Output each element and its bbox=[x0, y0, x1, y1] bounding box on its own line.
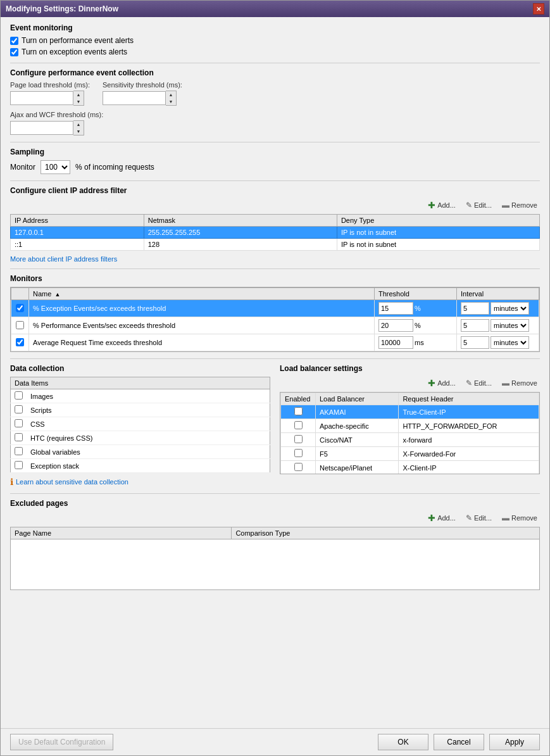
monitor-check-cell bbox=[11, 317, 29, 334]
monitor-checkbox[interactable] bbox=[16, 338, 24, 346]
lb-header-cell: X-Client-IP bbox=[399, 461, 539, 475]
close-button[interactable]: ✕ bbox=[533, 3, 544, 15]
ajax-wcf-down-btn[interactable]: ▼ bbox=[73, 128, 84, 135]
excluded-table: Page Name Comparison Type bbox=[10, 527, 540, 590]
table-row[interactable]: % Exception Events/sec exceeds threshold… bbox=[11, 300, 539, 317]
monitor-threshold-cell: % bbox=[375, 300, 457, 317]
table-row[interactable]: Average Request Time exceeds threshold m… bbox=[11, 334, 539, 351]
monitor-checkbox[interactable] bbox=[16, 321, 24, 329]
exception-alerts-checkbox[interactable] bbox=[10, 48, 18, 56]
scripts-checkbox[interactable] bbox=[15, 405, 23, 413]
lb-enabled-header: Enabled bbox=[281, 393, 316, 405]
sensitivity-spinner: 3000 ▲ ▼ bbox=[103, 91, 182, 106]
monitor-interval-select[interactable]: minutes hours bbox=[491, 336, 529, 349]
monitor-checkbox[interactable] bbox=[16, 304, 24, 312]
css-checkbox[interactable] bbox=[15, 419, 23, 427]
lb-add-button[interactable]: ✚ Add... bbox=[425, 377, 458, 389]
sampling-title: Sampling bbox=[10, 148, 540, 156]
threshold-unit: % bbox=[415, 305, 421, 312]
lb-enabled-cell bbox=[281, 461, 316, 475]
excluded-pages-title: Excluded pages bbox=[10, 499, 540, 508]
lb-name-cell: AKAMAI bbox=[316, 405, 399, 419]
table-row[interactable]: Cisco/NAT x-forward bbox=[281, 433, 539, 447]
lb-table: Enabled Load Balancer Request Header AKA… bbox=[280, 393, 539, 474]
ip-edit-button[interactable]: ✎ Edit... bbox=[463, 199, 494, 211]
perf-alerts-checkbox[interactable] bbox=[10, 37, 18, 45]
table-row[interactable]: Netscape/iPlanet X-Client-IP bbox=[281, 461, 539, 475]
cancel-button[interactable]: Cancel bbox=[434, 734, 484, 750]
lb-name-cell: Netscape/iPlanet bbox=[316, 461, 399, 475]
remove-icon: ▬ bbox=[502, 379, 509, 387]
scripts-label: Scripts bbox=[27, 403, 270, 417]
monitor-select[interactable]: 100 50 25 10 bbox=[41, 160, 70, 174]
ajax-wcf-up-btn[interactable]: ▲ bbox=[73, 121, 84, 128]
info-icon: ℹ bbox=[10, 477, 13, 487]
default-config-button[interactable]: Use Default Configuration bbox=[10, 734, 113, 750]
page-load-up-btn[interactable]: ▲ bbox=[73, 91, 84, 98]
monitor-interval-input[interactable] bbox=[461, 319, 489, 332]
excluded-remove-button[interactable]: ▬ Remove bbox=[499, 512, 540, 524]
ok-button[interactable]: OK bbox=[378, 734, 428, 750]
monitor-threshold-header: Threshold bbox=[375, 288, 457, 300]
excluded-add-button[interactable]: ✚ Add... bbox=[425, 512, 458, 524]
table-row[interactable]: AKAMAI True-Client-IP bbox=[281, 405, 539, 419]
excluded-toolbar: ✚ Add... ✎ Edit... ▬ Remove bbox=[10, 512, 540, 524]
list-item: Images bbox=[11, 389, 270, 403]
monitor-interval-select[interactable]: minutes hours bbox=[491, 302, 529, 315]
data-items-header-row: Data Items bbox=[11, 377, 270, 389]
table-row[interactable]: Apache-specific HTTP_X_FORWARDED_FOR bbox=[281, 419, 539, 433]
exception-stack-checkbox[interactable] bbox=[15, 461, 23, 469]
page-load-input[interactable]: 15000 bbox=[10, 91, 73, 105]
learn-link[interactable]: Learn about sensitive data collection bbox=[16, 478, 128, 486]
ajax-wcf-input[interactable]: 5000 bbox=[10, 121, 73, 135]
sensitivity-input[interactable]: 3000 bbox=[103, 91, 166, 105]
percent-label: % of incoming requests bbox=[75, 163, 154, 172]
monitor-interval-cell: minutes hours bbox=[457, 317, 539, 334]
table-row[interactable]: 127.0.0.1 255.255.255.255 IP is not in s… bbox=[11, 227, 540, 239]
monitor-threshold-input[interactable] bbox=[378, 336, 413, 349]
table-row[interactable]: % Performance Events/sec exceeds thresho… bbox=[11, 317, 539, 334]
excluded-remove-label: Remove bbox=[511, 514, 537, 522]
global-checkbox[interactable] bbox=[15, 447, 23, 455]
lb-enabled-checkbox[interactable] bbox=[294, 449, 303, 457]
ip-add-button[interactable]: ✚ Add... bbox=[425, 199, 458, 211]
apply-button[interactable]: Apply bbox=[489, 734, 540, 750]
table-row[interactable]: ::1 128 IP is not in subnet bbox=[11, 239, 540, 251]
excluded-pages-section: Excluded pages ✚ Add... ✎ Edit... ▬ Remo… bbox=[10, 499, 540, 590]
lb-enabled-cell bbox=[281, 433, 316, 447]
lb-remove-button[interactable]: ▬ Remove bbox=[499, 377, 540, 389]
excluded-add-label: Add... bbox=[437, 514, 456, 522]
excluded-edit-button[interactable]: ✎ Edit... bbox=[463, 512, 494, 524]
images-checkbox[interactable] bbox=[15, 391, 23, 400]
monitor-threshold-cell: ms bbox=[375, 334, 457, 351]
ip-remove-button[interactable]: ▬ Remove bbox=[499, 199, 540, 211]
divider-3 bbox=[10, 180, 540, 181]
page-load-down-btn[interactable]: ▼ bbox=[73, 98, 84, 105]
monitor-name-cell: % Exception Events/sec exceeds threshold bbox=[29, 300, 375, 317]
lb-name-cell: F5 bbox=[316, 447, 399, 461]
table-row[interactable]: F5 X-Forwarded-For bbox=[281, 447, 539, 461]
more-link[interactable]: More about client IP address filters bbox=[10, 255, 117, 263]
monitor-name-cell: Average Request Time exceeds threshold bbox=[29, 334, 375, 351]
lb-edit-button[interactable]: ✎ Edit... bbox=[463, 377, 494, 389]
monitor-threshold-input[interactable] bbox=[378, 319, 413, 332]
lb-enabled-checkbox[interactable] bbox=[294, 463, 303, 471]
content-area: Event monitoring Turn on performance eve… bbox=[1, 17, 549, 728]
monitor-threshold-input[interactable] bbox=[378, 302, 413, 315]
monitor-interval-input[interactable] bbox=[461, 336, 489, 349]
page-load-field: Page load threshold (ms): 15000 ▲ ▼ bbox=[10, 81, 90, 106]
lb-enabled-checkbox[interactable] bbox=[294, 421, 303, 429]
lb-enabled-checkbox[interactable] bbox=[294, 407, 303, 415]
title-bar-buttons: ✕ bbox=[533, 3, 544, 15]
sensitivity-down-btn[interactable]: ▼ bbox=[166, 98, 176, 105]
sensitivity-up-btn[interactable]: ▲ bbox=[166, 91, 176, 98]
monitor-interval-select[interactable]: minutes hours bbox=[491, 319, 529, 332]
lb-title: Load balancer settings bbox=[280, 364, 540, 373]
perf-collection-section: Configure performance event collection P… bbox=[10, 68, 540, 135]
htc-label: HTC (requires CSS) bbox=[27, 431, 270, 445]
lb-header-header: Request Header bbox=[399, 393, 539, 405]
lb-enabled-checkbox[interactable] bbox=[294, 435, 303, 443]
monitor-interval-input[interactable] bbox=[461, 302, 489, 315]
divider-2 bbox=[10, 142, 540, 142]
htc-checkbox[interactable] bbox=[15, 433, 23, 441]
